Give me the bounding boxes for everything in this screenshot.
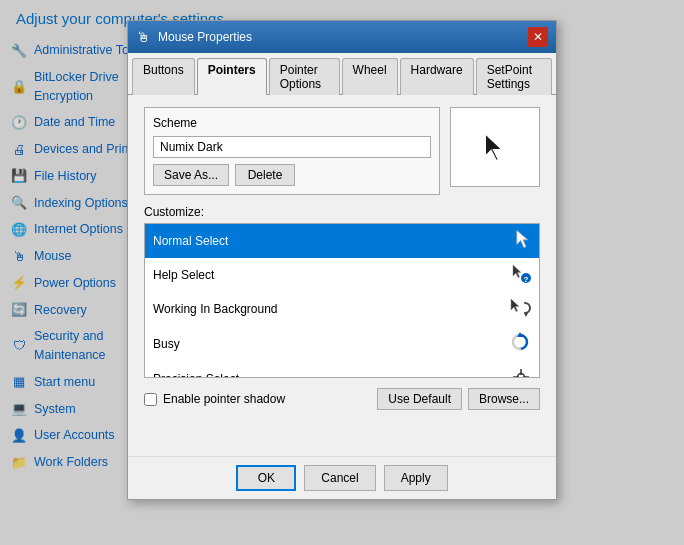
dialog-content: Scheme Numix Dark Save As... Delete	[128, 95, 556, 456]
control-panel: Adjust your computer's settings 🔧 Admini…	[0, 0, 684, 545]
cp-body: 🔧 Administrative Tools 🔒 BitLocker Drive…	[0, 33, 684, 540]
list-item-normal-select[interactable]: Normal Select	[145, 224, 539, 258]
list-item-busy-label: Busy	[153, 337, 180, 351]
customize-label: Customize:	[144, 205, 540, 219]
list-item-normal-select-label: Normal Select	[153, 234, 228, 248]
delete-button[interactable]: Delete	[235, 164, 295, 186]
list-item-busy[interactable]: Busy	[145, 326, 539, 362]
list-item-precision-select-label: Precision Select	[153, 372, 239, 378]
list-item-help-select-label: Help Select	[153, 268, 214, 282]
dialog-titlebar: 🖱 Mouse Properties ✕	[128, 21, 556, 53]
scheme-select[interactable]: Numix Dark	[153, 136, 431, 158]
cursor-preview-icon	[481, 129, 509, 165]
browse-button[interactable]: Browse...	[468, 388, 540, 410]
enable-pointer-shadow-checkbox[interactable]	[144, 393, 157, 406]
use-default-button[interactable]: Use Default	[377, 388, 462, 410]
tab-hardware[interactable]: Hardware	[400, 58, 474, 95]
tabs-bar: Buttons Pointers Pointer Options Wheel H…	[128, 53, 556, 95]
enable-pointer-shadow-label: Enable pointer shadow	[163, 392, 285, 406]
svg-text:?: ?	[524, 275, 529, 283]
scheme-buttons: Save As... Delete	[153, 164, 431, 186]
dialog-title-icon: 🖱	[136, 29, 152, 45]
tab-pointers[interactable]: Pointers	[197, 58, 267, 95]
scheme-group-label: Scheme	[153, 116, 431, 130]
scheme-select-row: Numix Dark	[153, 136, 431, 158]
pointer-action-buttons: Use Default Browse...	[377, 388, 540, 410]
save-as-button[interactable]: Save As...	[153, 164, 229, 186]
scheme-left: Scheme Numix Dark Save As... Delete	[144, 107, 440, 195]
tab-setpoint[interactable]: SetPoint Settings	[476, 58, 552, 95]
help-select-cursor-icon: ?	[511, 263, 531, 287]
mouse-properties-dialog: 🖱 Mouse Properties ✕ Buttons Pointers Po…	[127, 20, 557, 500]
tab-buttons[interactable]: Buttons	[132, 58, 195, 95]
scheme-section: Scheme Numix Dark Save As... Delete	[144, 107, 540, 195]
busy-cursor-icon	[509, 331, 531, 357]
dialog-close-button[interactable]: ✕	[528, 27, 548, 47]
tab-wheel[interactable]: Wheel	[342, 58, 398, 95]
list-item-working-bg-label: Working In Background	[153, 302, 278, 316]
dialog-title-text: Mouse Properties	[158, 30, 252, 44]
ok-button[interactable]: OK	[236, 465, 296, 491]
precision-select-cursor-icon	[511, 367, 531, 378]
dialog-footer: OK Cancel Apply	[128, 456, 556, 499]
apply-button[interactable]: Apply	[384, 465, 448, 491]
list-item-help-select[interactable]: Help Select ?	[145, 258, 539, 292]
svg-marker-2	[524, 313, 528, 317]
dialog-title-left: 🖱 Mouse Properties	[136, 29, 252, 45]
modal-overlay: 🖱 Mouse Properties ✕ Buttons Pointers Po…	[0, 0, 684, 545]
tab-pointer-options[interactable]: Pointer Options	[269, 58, 340, 95]
working-bg-cursor-icon	[509, 297, 531, 321]
shadow-row: Enable pointer shadow Use Default Browse…	[144, 388, 540, 410]
list-item-working-bg[interactable]: Working In Background	[145, 292, 539, 326]
svg-point-8	[518, 374, 525, 379]
cancel-button[interactable]: Cancel	[304, 465, 375, 491]
scheme-preview	[450, 107, 540, 187]
customize-list[interactable]: Normal Select Help Select	[144, 223, 540, 378]
list-item-precision-select[interactable]: Precision Select	[145, 362, 539, 378]
normal-select-cursor-icon	[515, 229, 531, 253]
customize-section: Customize: Normal Select Help Select	[144, 205, 540, 378]
